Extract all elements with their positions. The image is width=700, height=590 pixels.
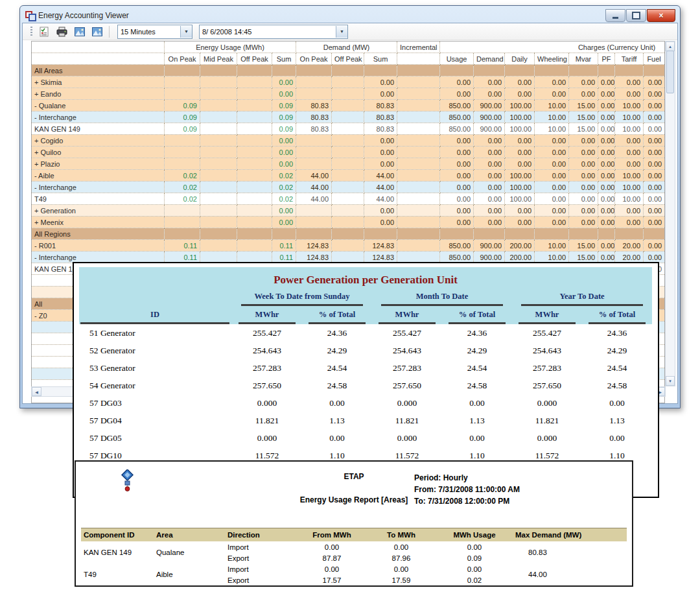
grid-cell[interactable] bbox=[644, 228, 665, 240]
grid-cell[interactable]: 80.83 bbox=[364, 112, 397, 123]
grid-cell[interactable]: 0.02 bbox=[272, 193, 296, 205]
interval-select[interactable]: 15 Minutes ▼ bbox=[117, 25, 192, 39]
grid-cell[interactable]: 0.00 bbox=[535, 217, 569, 228]
grid-row[interactable]: - Qualane0.090.0980.8380.83850.00900.001… bbox=[32, 100, 665, 112]
grid-cell[interactable] bbox=[569, 228, 598, 240]
grid-cell[interactable]: 850.00 bbox=[440, 100, 474, 112]
grid-cell[interactable]: 80.83 bbox=[364, 123, 397, 135]
grid-cell[interactable]: 0.00 bbox=[598, 217, 615, 228]
grid-cell[interactable] bbox=[615, 228, 644, 240]
grid-cell[interactable] bbox=[397, 193, 440, 205]
grid-cell[interactable] bbox=[474, 228, 505, 240]
row-label[interactable]: + Cogido bbox=[32, 135, 165, 147]
grid-cell[interactable] bbox=[397, 228, 440, 240]
row-label[interactable]: - Interchange bbox=[32, 252, 165, 263]
grid-cell[interactable]: 10.00 bbox=[615, 123, 644, 135]
grid-row[interactable]: - Interchange0.090.0980.8380.83850.00900… bbox=[32, 112, 665, 123]
grid-cell[interactable]: 0.00 bbox=[440, 193, 474, 205]
row-label[interactable]: - Qualane bbox=[32, 100, 165, 112]
grid-cell[interactable]: 124.83 bbox=[364, 252, 397, 263]
grid-cell[interactable]: 0.00 bbox=[598, 77, 615, 88]
grid-cell[interactable] bbox=[237, 112, 272, 123]
grid-cell[interactable]: 0.00 bbox=[535, 182, 569, 193]
grid-cell[interactable]: 0.00 bbox=[474, 147, 505, 158]
grid-cell[interactable] bbox=[200, 77, 237, 88]
grid-cell[interactable] bbox=[296, 205, 332, 217]
grid-cell[interactable] bbox=[535, 228, 569, 240]
grid-cell[interactable] bbox=[165, 217, 200, 228]
grid-cell[interactable]: 10.00 bbox=[615, 193, 644, 205]
col-header[interactable]: On Peak bbox=[296, 53, 332, 65]
grid-cell[interactable] bbox=[272, 65, 296, 77]
grid-cell[interactable] bbox=[200, 182, 237, 193]
grid-cell[interactable]: 0.09 bbox=[272, 123, 296, 135]
grid-row[interactable]: + Plazio0.000.000.000.000.000.000.000.00… bbox=[32, 158, 665, 170]
grid-cell[interactable] bbox=[200, 217, 237, 228]
grid-cell[interactable]: 0.00 bbox=[505, 135, 535, 147]
grid-row[interactable]: - Interchange0.110.11124.83124.83850.009… bbox=[32, 252, 665, 263]
grid-cell[interactable] bbox=[165, 147, 200, 158]
grid-cell[interactable]: 0.00 bbox=[644, 112, 665, 123]
grid-cell[interactable]: 0.00 bbox=[364, 217, 397, 228]
grid-cell[interactable] bbox=[332, 147, 364, 158]
grid-cell[interactable]: 0.00 bbox=[644, 147, 665, 158]
grid-cell[interactable]: 0.00 bbox=[505, 158, 535, 170]
grid-cell[interactable]: 100.00 bbox=[505, 193, 535, 205]
grid-cell[interactable]: 0.00 bbox=[569, 147, 598, 158]
grid-cell[interactable] bbox=[165, 228, 200, 240]
grid-cell[interactable] bbox=[332, 158, 364, 170]
grid-cell[interactable]: 0.00 bbox=[535, 205, 569, 217]
grid-cell[interactable]: 0.00 bbox=[272, 217, 296, 228]
col-header[interactable]: Off Peak bbox=[237, 53, 272, 65]
grid-cell[interactable]: 0.00 bbox=[615, 205, 644, 217]
print-button[interactable] bbox=[54, 24, 70, 39]
grid-cell[interactable]: 0.00 bbox=[615, 147, 644, 158]
grid-cell[interactable] bbox=[440, 65, 474, 77]
col-header[interactable]: Off Peak bbox=[332, 53, 364, 65]
grid-cell[interactable]: 0.00 bbox=[474, 158, 505, 170]
grid-cell[interactable] bbox=[332, 193, 364, 205]
grid-cell[interactable]: 0.00 bbox=[569, 158, 598, 170]
grid-cell[interactable]: 0.00 bbox=[644, 135, 665, 147]
row-label[interactable]: - Interchange bbox=[32, 112, 165, 123]
grid-cell[interactable]: 100.00 bbox=[505, 100, 535, 112]
grid-cell[interactable]: 15.00 bbox=[569, 123, 598, 135]
grid-cell[interactable]: 0.00 bbox=[569, 88, 598, 100]
grid-cell[interactable] bbox=[569, 65, 598, 77]
grid-cell[interactable]: 0.00 bbox=[569, 135, 598, 147]
grid-cell[interactable]: 0.00 bbox=[598, 170, 615, 182]
chevron-down-icon[interactable]: ▼ bbox=[336, 26, 347, 38]
grid-cell[interactable] bbox=[364, 228, 397, 240]
grid-cell[interactable]: 124.83 bbox=[364, 240, 397, 252]
grid-cell[interactable]: 0.00 bbox=[272, 88, 296, 100]
grid-cell[interactable]: 10.00 bbox=[615, 182, 644, 193]
row-label[interactable]: All Regions bbox=[32, 228, 165, 240]
grid-cell[interactable]: 0.00 bbox=[569, 170, 598, 182]
grid-row[interactable]: + Generation0.000.000.000.000.000.000.00… bbox=[32, 205, 665, 217]
grid-cell[interactable] bbox=[237, 217, 272, 228]
grid-cell[interactable] bbox=[200, 170, 237, 182]
minimize-button[interactable] bbox=[605, 9, 625, 22]
grid-cell[interactable]: 0.02 bbox=[165, 193, 200, 205]
chevron-down-icon[interactable]: ▼ bbox=[180, 26, 192, 38]
scroll-up-icon[interactable]: ▲ bbox=[666, 41, 675, 51]
grid-cell[interactable] bbox=[296, 77, 332, 88]
grid-cell[interactable]: 0.00 bbox=[535, 147, 569, 158]
grid-cell[interactable] bbox=[296, 65, 332, 77]
grid-cell[interactable]: 0.02 bbox=[272, 170, 296, 182]
grid-cell[interactable] bbox=[165, 135, 200, 147]
grid-cell[interactable] bbox=[237, 100, 272, 112]
titlebar[interactable]: Energy Accounting Viewer × bbox=[22, 8, 678, 23]
grid-cell[interactable]: 0.00 bbox=[644, 252, 665, 263]
grid-cell[interactable]: 0.00 bbox=[569, 77, 598, 88]
grid-cell[interactable] bbox=[165, 77, 200, 88]
grid-cell[interactable]: 0.00 bbox=[505, 77, 535, 88]
grid-cell[interactable]: 0.00 bbox=[598, 88, 615, 100]
grid-cell[interactable]: 100.00 bbox=[505, 123, 535, 135]
grid-cell[interactable]: 0.00 bbox=[364, 135, 397, 147]
grid-cell[interactable]: 0.00 bbox=[272, 205, 296, 217]
grid-cell[interactable]: 200.00 bbox=[505, 240, 535, 252]
grid-row[interactable]: + Meenix0.000.000.000.000.000.000.000.00… bbox=[32, 217, 665, 228]
grid-cell[interactable]: 0.00 bbox=[440, 147, 474, 158]
grid-cell[interactable]: 0.02 bbox=[165, 182, 200, 193]
